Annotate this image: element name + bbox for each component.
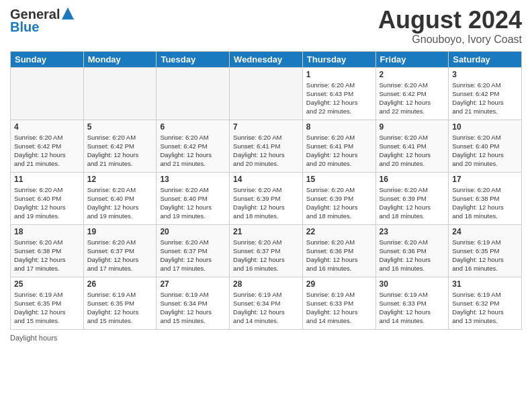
day-header-saturday: Saturday xyxy=(449,51,522,67)
logo-line2: Blue xyxy=(10,19,39,35)
day-number: 26 xyxy=(87,279,153,289)
calendar-week-3: 11Sunrise: 6:20 AM Sunset: 6:40 PM Dayli… xyxy=(11,172,522,224)
calendar-cell: 5Sunrise: 6:20 AM Sunset: 6:42 PM Daylig… xyxy=(83,120,157,172)
page-title: August 2024 xyxy=(378,7,522,34)
svg-marker-0 xyxy=(62,7,74,19)
calendar-cell: 30Sunrise: 6:19 AM Sunset: 6:33 PM Dayli… xyxy=(375,277,449,329)
footer-text: Daylight hours xyxy=(10,334,57,342)
calendar-cell: 3Sunrise: 6:20 AM Sunset: 6:42 PM Daylig… xyxy=(449,67,522,120)
calendar-cell: 22Sunrise: 6:20 AM Sunset: 6:36 PM Dayli… xyxy=(302,224,375,277)
calendar-week-2: 4Sunrise: 6:20 AM Sunset: 6:42 PM Daylig… xyxy=(11,120,522,172)
day-number: 3 xyxy=(452,70,518,79)
day-number: 7 xyxy=(233,122,299,132)
calendar-cell: 26Sunrise: 6:19 AM Sunset: 6:35 PM Dayli… xyxy=(83,277,157,329)
calendar-cell: 31Sunrise: 6:19 AM Sunset: 6:32 PM Dayli… xyxy=(449,277,522,329)
day-info: Sunrise: 6:20 AM Sunset: 6:37 PM Dayligh… xyxy=(87,238,153,273)
day-header-thursday: Thursday xyxy=(302,51,375,67)
calendar-cell xyxy=(11,67,84,120)
day-info: Sunrise: 6:20 AM Sunset: 6:40 PM Dayligh… xyxy=(452,133,518,169)
day-info: Sunrise: 6:19 AM Sunset: 6:33 PM Dayligh… xyxy=(380,290,445,326)
day-number: 23 xyxy=(380,227,445,236)
calendar-cell: 29Sunrise: 6:19 AM Sunset: 6:33 PM Dayli… xyxy=(302,277,375,329)
day-info: Sunrise: 6:20 AM Sunset: 6:38 PM Dayligh… xyxy=(14,238,80,273)
day-header-wednesday: Wednesday xyxy=(230,51,303,67)
day-number: 22 xyxy=(306,227,372,236)
day-info: Sunrise: 6:20 AM Sunset: 6:38 PM Dayligh… xyxy=(452,185,518,221)
calendar-cell: 8Sunrise: 6:20 AM Sunset: 6:41 PM Daylig… xyxy=(302,120,375,172)
day-info: Sunrise: 6:20 AM Sunset: 6:42 PM Dayligh… xyxy=(160,133,226,169)
calendar-cell: 27Sunrise: 6:19 AM Sunset: 6:34 PM Dayli… xyxy=(157,277,230,329)
page-container: General Blue August 2024 Gnouboyo, Ivory… xyxy=(0,0,532,411)
day-info: Sunrise: 6:19 AM Sunset: 6:35 PM Dayligh… xyxy=(14,290,80,326)
day-info: Sunrise: 6:20 AM Sunset: 6:37 PM Dayligh… xyxy=(160,238,226,273)
day-header-tuesday: Tuesday xyxy=(157,51,230,67)
page-subtitle: Gnouboyo, Ivory Coast xyxy=(378,34,522,46)
calendar-week-5: 25Sunrise: 6:19 AM Sunset: 6:35 PM Dayli… xyxy=(11,277,522,329)
title-block: August 2024 Gnouboyo, Ivory Coast xyxy=(378,7,522,46)
calendar-cell: 4Sunrise: 6:20 AM Sunset: 6:42 PM Daylig… xyxy=(11,120,84,172)
day-number: 30 xyxy=(380,279,445,289)
calendar-body: 1Sunrise: 6:20 AM Sunset: 6:43 PM Daylig… xyxy=(11,67,522,329)
day-number: 29 xyxy=(306,279,372,289)
calendar-cell: 24Sunrise: 6:19 AM Sunset: 6:35 PM Dayli… xyxy=(449,224,522,277)
day-number: 5 xyxy=(87,122,153,132)
calendar-cell: 28Sunrise: 6:19 AM Sunset: 6:34 PM Dayli… xyxy=(230,277,303,329)
day-number: 31 xyxy=(452,279,518,289)
day-header-monday: Monday xyxy=(83,51,157,67)
calendar-cell: 13Sunrise: 6:20 AM Sunset: 6:40 PM Dayli… xyxy=(157,172,230,224)
day-number: 25 xyxy=(14,279,80,289)
day-number: 12 xyxy=(87,175,153,184)
day-info: Sunrise: 6:19 AM Sunset: 6:32 PM Dayligh… xyxy=(452,290,518,326)
day-number: 21 xyxy=(233,227,299,236)
calendar-cell: 23Sunrise: 6:20 AM Sunset: 6:36 PM Dayli… xyxy=(375,224,449,277)
day-info: Sunrise: 6:19 AM Sunset: 6:34 PM Dayligh… xyxy=(160,290,226,326)
calendar-cell: 11Sunrise: 6:20 AM Sunset: 6:40 PM Dayli… xyxy=(11,172,84,224)
calendar-week-4: 18Sunrise: 6:20 AM Sunset: 6:38 PM Dayli… xyxy=(11,224,522,277)
day-info: Sunrise: 6:20 AM Sunset: 6:39 PM Dayligh… xyxy=(306,185,372,221)
day-number: 15 xyxy=(306,175,372,184)
calendar-cell: 2Sunrise: 6:20 AM Sunset: 6:42 PM Daylig… xyxy=(375,67,449,120)
day-number: 28 xyxy=(233,279,299,289)
day-info: Sunrise: 6:20 AM Sunset: 6:41 PM Dayligh… xyxy=(306,133,372,169)
calendar-cell: 25Sunrise: 6:19 AM Sunset: 6:35 PM Dayli… xyxy=(11,277,84,329)
calendar-cell: 9Sunrise: 6:20 AM Sunset: 6:41 PM Daylig… xyxy=(375,120,449,172)
day-info: Sunrise: 6:20 AM Sunset: 6:39 PM Dayligh… xyxy=(380,185,445,221)
logo-triangle-icon xyxy=(62,7,74,22)
logo: General Blue xyxy=(10,7,74,35)
day-info: Sunrise: 6:19 AM Sunset: 6:35 PM Dayligh… xyxy=(452,238,518,273)
calendar-cell: 12Sunrise: 6:20 AM Sunset: 6:40 PM Dayli… xyxy=(83,172,157,224)
calendar-cell: 17Sunrise: 6:20 AM Sunset: 6:38 PM Dayli… xyxy=(449,172,522,224)
calendar-cell: 10Sunrise: 6:20 AM Sunset: 6:40 PM Dayli… xyxy=(449,120,522,172)
calendar-cell: 19Sunrise: 6:20 AM Sunset: 6:37 PM Dayli… xyxy=(83,224,157,277)
day-info: Sunrise: 6:19 AM Sunset: 6:35 PM Dayligh… xyxy=(87,290,153,326)
day-number: 1 xyxy=(306,70,372,79)
day-number: 11 xyxy=(14,175,80,184)
day-number: 17 xyxy=(452,175,518,184)
day-info: Sunrise: 6:20 AM Sunset: 6:42 PM Dayligh… xyxy=(14,133,80,169)
calendar-cell xyxy=(157,67,230,120)
day-info: Sunrise: 6:20 AM Sunset: 6:36 PM Dayligh… xyxy=(380,238,445,273)
day-number: 6 xyxy=(160,122,226,132)
day-number: 8 xyxy=(306,122,372,132)
calendar-cell xyxy=(230,67,303,120)
calendar-cell: 14Sunrise: 6:20 AM Sunset: 6:39 PM Dayli… xyxy=(230,172,303,224)
day-info: Sunrise: 6:20 AM Sunset: 6:40 PM Dayligh… xyxy=(87,185,153,221)
calendar-cell: 15Sunrise: 6:20 AM Sunset: 6:39 PM Dayli… xyxy=(302,172,375,224)
calendar-cell: 7Sunrise: 6:20 AM Sunset: 6:41 PM Daylig… xyxy=(230,120,303,172)
day-number: 19 xyxy=(87,227,153,236)
day-header-sunday: Sunday xyxy=(11,51,84,67)
day-number: 9 xyxy=(380,122,445,132)
day-header-row: SundayMondayTuesdayWednesdayThursdayFrid… xyxy=(11,51,522,67)
calendar-cell: 16Sunrise: 6:20 AM Sunset: 6:39 PM Dayli… xyxy=(375,172,449,224)
calendar-header: SundayMondayTuesdayWednesdayThursdayFrid… xyxy=(11,51,522,67)
day-info: Sunrise: 6:19 AM Sunset: 6:34 PM Dayligh… xyxy=(233,290,299,326)
calendar-cell: 1Sunrise: 6:20 AM Sunset: 6:43 PM Daylig… xyxy=(302,67,375,120)
calendar-cell: 21Sunrise: 6:20 AM Sunset: 6:37 PM Dayli… xyxy=(230,224,303,277)
day-number: 18 xyxy=(14,227,80,236)
day-info: Sunrise: 6:20 AM Sunset: 6:42 PM Dayligh… xyxy=(87,133,153,169)
day-info: Sunrise: 6:19 AM Sunset: 6:33 PM Dayligh… xyxy=(306,290,372,326)
day-info: Sunrise: 6:20 AM Sunset: 6:41 PM Dayligh… xyxy=(380,133,445,169)
day-info: Sunrise: 6:20 AM Sunset: 6:41 PM Dayligh… xyxy=(233,133,299,169)
day-info: Sunrise: 6:20 AM Sunset: 6:42 PM Dayligh… xyxy=(452,81,518,116)
day-number: 4 xyxy=(14,122,80,132)
